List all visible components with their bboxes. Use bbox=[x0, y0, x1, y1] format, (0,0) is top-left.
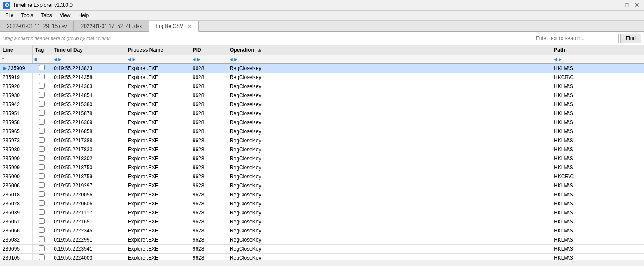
tag-checkbox[interactable] bbox=[39, 101, 45, 107]
cell-time: 0:19:55.2221117 bbox=[51, 208, 125, 217]
col-header-pid[interactable]: PID bbox=[190, 45, 227, 55]
table-row[interactable]: 2359900:19:55.2218302Explorer.EXE9628Reg… bbox=[0, 154, 644, 163]
menu-help[interactable]: Help bbox=[75, 12, 93, 19]
table-row[interactable]: 2360950:19:55.2223541Explorer.EXE9628Reg… bbox=[0, 245, 644, 254]
cell-operation: RegCloseKey bbox=[227, 127, 551, 136]
table-row[interactable]: 2360180:19:55.2220056Explorer.EXE9628Reg… bbox=[0, 190, 644, 199]
tag-checkbox[interactable] bbox=[39, 245, 45, 251]
cell-process: Explorer.EXE bbox=[125, 235, 190, 245]
cell-operation: RegCloseKey bbox=[227, 154, 551, 163]
cell-tag bbox=[33, 109, 51, 118]
table-row[interactable]: 2360660:19:55.2222345Explorer.EXE9628Reg… bbox=[0, 226, 644, 235]
cell-time: 0:19:55.2218759 bbox=[51, 172, 125, 181]
tag-checkbox[interactable] bbox=[39, 200, 45, 206]
cell-line: 235951 bbox=[0, 109, 33, 118]
tag-checkbox[interactable] bbox=[39, 209, 45, 215]
title-bar: Timeline Explorer v1.3.0.0 – □ ✕ bbox=[0, 0, 644, 11]
tab-csv1[interactable]: 2022-01-01 11_29_15.csv bbox=[0, 21, 74, 31]
tag-checkbox[interactable] bbox=[39, 110, 45, 116]
tag-checkbox[interactable] bbox=[39, 146, 45, 152]
cell-line: 236018 bbox=[0, 190, 33, 199]
tag-checkbox[interactable] bbox=[39, 236, 45, 242]
col-header-line[interactable]: Line bbox=[0, 45, 33, 55]
search-input[interactable] bbox=[533, 34, 619, 43]
col-header-path[interactable]: Path bbox=[551, 45, 644, 55]
table-row[interactable]: 2360280:19:55.2220606Explorer.EXE9628Reg… bbox=[0, 199, 644, 208]
col-header-process[interactable]: Process Name bbox=[125, 45, 190, 55]
tag-checkbox[interactable] bbox=[39, 191, 45, 197]
table-row[interactable]: 2360060:19:55.2219297Explorer.EXE9628Reg… bbox=[0, 181, 644, 190]
table-row[interactable]: 2360510:19:55.2221651Explorer.EXE9628Reg… bbox=[0, 217, 644, 226]
tag-checkbox[interactable] bbox=[39, 65, 45, 70]
tag-checkbox[interactable] bbox=[39, 254, 45, 260]
cell-time: 0:19:55.2219297 bbox=[51, 181, 125, 190]
table-container[interactable]: Line Tag Time of Day Process Name PID Op… bbox=[0, 45, 644, 260]
maximize-button[interactable]: □ bbox=[623, 2, 630, 9]
tab-logfile[interactable]: Logfile.CSV ✕ bbox=[149, 21, 199, 32]
tag-checkbox[interactable] bbox=[39, 182, 45, 188]
tab-bar: 2022-01-01 11_29_15.csv 2022-01-01 17_52… bbox=[0, 21, 644, 32]
tab-logfile-close[interactable]: ✕ bbox=[188, 24, 191, 29]
cell-process: Explorer.EXE bbox=[125, 199, 190, 208]
menu-tabs[interactable]: Tabs bbox=[37, 12, 55, 19]
app-title: Timeline Explorer v1.3.0.0 bbox=[13, 2, 73, 8]
table-row[interactable]: 2359200:19:55.2214363Explorer.EXE9628Reg… bbox=[0, 82, 644, 91]
tag-checkbox[interactable] bbox=[39, 155, 45, 161]
cell-tag bbox=[33, 235, 51, 245]
tag-checkbox[interactable] bbox=[39, 227, 45, 233]
tag-checkbox[interactable] bbox=[39, 74, 45, 79]
cell-path: HKLM\S bbox=[551, 163, 644, 172]
cell-time: 0:19:55.2214854 bbox=[51, 91, 125, 100]
col-header-tag[interactable]: Tag bbox=[33, 45, 51, 55]
toolbar: Drag a column header here to group by th… bbox=[0, 32, 644, 45]
table-row[interactable]: 2360390:19:55.2221117Explorer.EXE9628Reg… bbox=[0, 208, 644, 217]
tag-checkbox[interactable] bbox=[39, 173, 45, 179]
cell-tag bbox=[33, 199, 51, 208]
tag-checkbox[interactable] bbox=[39, 137, 45, 143]
cell-operation: RegCloseKey bbox=[227, 64, 551, 73]
table-row[interactable]: 2360820:19:55.2222991Explorer.EXE9628Reg… bbox=[0, 235, 644, 245]
cell-pid: 9628 bbox=[190, 127, 227, 136]
cell-line: 235920 bbox=[0, 82, 33, 91]
cell-tag bbox=[33, 127, 51, 136]
table-row[interactable]: 2359580:19:55.2216369Explorer.EXE9628Reg… bbox=[0, 118, 644, 127]
table-row[interactable]: 2359650:19:55.2216858Explorer.EXE9628Reg… bbox=[0, 127, 644, 136]
cell-operation: RegCloseKey bbox=[227, 254, 551, 260]
table-row[interactable]: 2359800:19:55.2217833Explorer.EXE9628Reg… bbox=[0, 145, 644, 154]
cell-operation: RegCloseKey bbox=[227, 226, 551, 235]
table-row[interactable]: 2361050:19:55.2224003Explorer.EXE9628Reg… bbox=[0, 254, 644, 260]
tag-checkbox[interactable] bbox=[39, 92, 45, 98]
minimize-button[interactable]: – bbox=[613, 2, 620, 9]
menu-view[interactable]: View bbox=[56, 12, 74, 19]
table-row[interactable]: 2359300:19:55.2214854Explorer.EXE9628Reg… bbox=[0, 91, 644, 100]
table-row[interactable]: 2359420:19:55.2215380Explorer.EXE9628Reg… bbox=[0, 100, 644, 109]
table-row[interactable]: ▶ 2359090:19:55.2213823Explorer.EXE9628R… bbox=[0, 64, 644, 73]
col-header-operation[interactable]: Operation ▲ bbox=[227, 45, 551, 55]
cell-line: 235965 bbox=[0, 127, 33, 136]
find-button[interactable]: Find bbox=[620, 34, 641, 43]
tab-csv1-label: 2022-01-01 11_29_15.csv bbox=[7, 23, 67, 29]
cell-time: 0:19:55.2214363 bbox=[51, 82, 125, 91]
tab-xlsx-label: 2022-01-01 17_52_48.xlsx bbox=[81, 23, 142, 29]
menu-file[interactable]: File bbox=[2, 12, 17, 19]
cell-operation: RegCloseKey bbox=[227, 100, 551, 109]
tab-xlsx[interactable]: 2022-01-01 17_52_48.xlsx bbox=[74, 21, 149, 31]
cell-process: Explorer.EXE bbox=[125, 109, 190, 118]
tag-checkbox[interactable] bbox=[39, 119, 45, 125]
close-button[interactable]: ✕ bbox=[634, 2, 641, 9]
tag-checkbox[interactable] bbox=[39, 83, 45, 89]
col-header-time[interactable]: Time of Day bbox=[51, 45, 125, 55]
cell-path: HKLM\S bbox=[551, 100, 644, 109]
table-row[interactable]: 2359990:19:55.2218750Explorer.EXE9628Reg… bbox=[0, 163, 644, 172]
table-row[interactable]: 2359730:19:55.2217388Explorer.EXE9628Reg… bbox=[0, 136, 644, 145]
cell-path: HKLM\S bbox=[551, 181, 644, 190]
cell-line: 235980 bbox=[0, 145, 33, 154]
menu-tools[interactable]: Tools bbox=[18, 12, 36, 19]
tag-checkbox[interactable] bbox=[39, 164, 45, 170]
tag-checkbox[interactable] bbox=[39, 218, 45, 224]
table-row[interactable]: 2360000:19:55.2218759Explorer.EXE9628Reg… bbox=[0, 172, 644, 181]
cell-time: 0:19:55.2213823 bbox=[51, 64, 125, 73]
table-row[interactable]: 2359190:19:55.2214358Explorer.EXE9628Reg… bbox=[0, 73, 644, 82]
tag-checkbox[interactable] bbox=[39, 128, 45, 134]
table-row[interactable]: 2359510:19:55.2215878Explorer.EXE9628Reg… bbox=[0, 109, 644, 118]
